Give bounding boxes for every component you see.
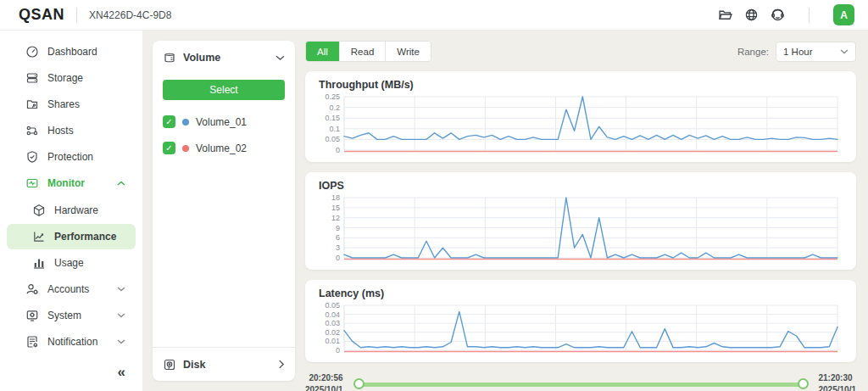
filter-toolbar: All Read Write Range: 1 Hour: [305, 41, 856, 62]
chevron-down-icon: [117, 312, 125, 318]
tab-read[interactable]: Read: [340, 42, 387, 61]
chart-title-latency: Latency (ms): [319, 288, 844, 299]
selector-panel: Volume Select ✓ Volume_01 ✓ Volume_02 Di…: [153, 41, 295, 381]
sidebar-item-storage[interactable]: Storage: [7, 65, 136, 91]
main-content: All Read Write Range: 1 Hour Throughput …: [305, 41, 856, 391]
volume-section-title: Volume: [183, 52, 220, 64]
svg-text:0.04: 0.04: [325, 310, 340, 319]
tab-write[interactable]: Write: [386, 42, 431, 61]
select-button[interactable]: Select: [163, 80, 285, 100]
chevron-up-icon: [117, 181, 125, 187]
svg-text:18: 18: [331, 194, 340, 202]
tab-all[interactable]: All: [306, 42, 340, 61]
checkbox-checked-icon[interactable]: ✓: [163, 142, 175, 154]
app-header: QSAN XN4226D-4C-9D8 A: [0, 0, 868, 31]
disk-section-title: Disk: [183, 359, 205, 371]
language-globe-icon[interactable]: [744, 8, 759, 22]
shares-folder-icon: [25, 98, 39, 111]
sidebar-item-monitor[interactable]: Monitor: [7, 170, 136, 196]
volume-section-header[interactable]: Volume: [153, 41, 295, 75]
sidebar-item-performance[interactable]: Performance: [7, 224, 136, 249]
system-icon: [25, 309, 39, 322]
usage-bars-icon: [32, 256, 46, 270]
sidebar-item-shares[interactable]: Shares: [7, 92, 136, 117]
svg-text:0.03: 0.03: [325, 319, 340, 327]
sidebar-collapse-button[interactable]: «: [118, 355, 142, 391]
svg-text:0.25: 0.25: [325, 93, 340, 101]
accounts-icon: [25, 282, 39, 296]
notification-icon: [25, 335, 39, 349]
svg-text:15: 15: [331, 204, 340, 212]
range-value: 1 Hour: [783, 47, 813, 57]
disk-section-header[interactable]: Disk: [153, 347, 295, 381]
slider-end-label: 21:20:30 2025/10/1: [819, 372, 857, 391]
storage-icon: [25, 71, 39, 85]
sidebar-item-label: Monitor: [47, 177, 85, 189]
series-color-dot: [182, 119, 189, 126]
sidebar-item-label: Shares: [47, 98, 80, 110]
monitor-icon: [25, 176, 39, 190]
dashboard-icon: [25, 45, 39, 59]
volume-list-item[interactable]: ✓ Volume_02: [153, 135, 295, 161]
sidebar-item-label: Accounts: [47, 283, 89, 295]
sidebar-item-label: Performance: [54, 231, 116, 243]
iops-line-chart: 1815129630: [312, 194, 841, 262]
chevron-right-icon: [278, 360, 285, 369]
support-headset-icon[interactable]: [771, 8, 785, 22]
sidebar-item-accounts[interactable]: Accounts: [7, 276, 136, 302]
slider-track[interactable]: [359, 383, 804, 387]
svg-text:0.02: 0.02: [325, 328, 340, 337]
slider-start-time: 20:20:56: [305, 372, 343, 384]
slider-start-date: 2025/10/1: [305, 384, 343, 391]
qsan-logo: QSAN: [19, 6, 64, 24]
header-divider: [76, 8, 77, 23]
chart-title-throughput: Throughput (MB/s): [319, 79, 844, 91]
disk-icon: [163, 358, 176, 371]
svg-text:0: 0: [336, 346, 340, 355]
series-color-dot: [182, 145, 189, 152]
svg-text:0.05: 0.05: [325, 302, 340, 310]
sidebar-item-label: Protection: [47, 151, 93, 163]
svg-text:3: 3: [336, 243, 340, 252]
svg-text:0: 0: [336, 254, 340, 262]
sidebar-item-label: Usage: [54, 257, 84, 269]
slider-handle-start[interactable]: [353, 378, 364, 389]
time-range-slider[interactable]: [353, 377, 809, 391]
svg-text:0: 0: [336, 146, 340, 154]
sidebar-item-usage[interactable]: Usage: [7, 250, 136, 276]
sidebar-item-label: Hosts: [47, 125, 74, 137]
volume-name: Volume_01: [196, 116, 247, 128]
performance-chart-icon: [32, 230, 46, 243]
checkbox-checked-icon[interactable]: ✓: [163, 115, 175, 128]
volume-name: Volume_02: [196, 142, 247, 154]
chevron-down-icon: [117, 286, 125, 292]
svg-text:0.2: 0.2: [329, 103, 340, 112]
time-range-slider-row: 20:20:56 2025/10/1 21:20:30 2025/10/1: [305, 372, 856, 391]
hardware-cube-icon: [32, 204, 46, 217]
range-dropdown[interactable]: 1 Hour: [776, 42, 856, 62]
volume-list-item[interactable]: ✓ Volume_01: [153, 109, 295, 135]
sidebar-item-dashboard[interactable]: Dashboard: [7, 39, 136, 64]
sidebar: Dashboard Storage Shares Hosts Protectio…: [0, 31, 142, 391]
range-label: Range:: [737, 47, 769, 57]
svg-text:0.15: 0.15: [325, 114, 340, 122]
file-manager-icon[interactable]: [718, 8, 732, 22]
sidebar-item-label: Dashboard: [47, 46, 97, 58]
sidebar-item-hardware[interactable]: Hardware: [7, 197, 136, 222]
slider-handle-end[interactable]: [798, 378, 809, 389]
sidebar-item-hosts[interactable]: Hosts: [7, 118, 136, 143]
hosts-icon: [25, 124, 39, 137]
sidebar-item-system[interactable]: System: [7, 303, 136, 328]
slider-start-label: 20:20:56 2025/10/1: [305, 372, 343, 391]
throughput-chart-panel: Throughput (MB/s) 0.250.20.150.10.050: [305, 71, 856, 162]
sidebar-item-notification[interactable]: Notification: [7, 329, 136, 355]
sidebar-item-label: Storage: [47, 72, 83, 84]
sidebar-item-protection[interactable]: Protection: [7, 144, 136, 170]
latency-chart-panel: Latency (ms) 0.050.040.030.020.010: [305, 280, 856, 362]
header-divider: [809, 8, 810, 23]
chart-title-iops: IOPS: [319, 180, 844, 192]
avatar[interactable]: A: [833, 4, 854, 25]
slider-end-time: 21:20:30: [819, 372, 857, 384]
chevron-down-icon: [840, 48, 849, 54]
svg-text:9: 9: [336, 224, 340, 232]
